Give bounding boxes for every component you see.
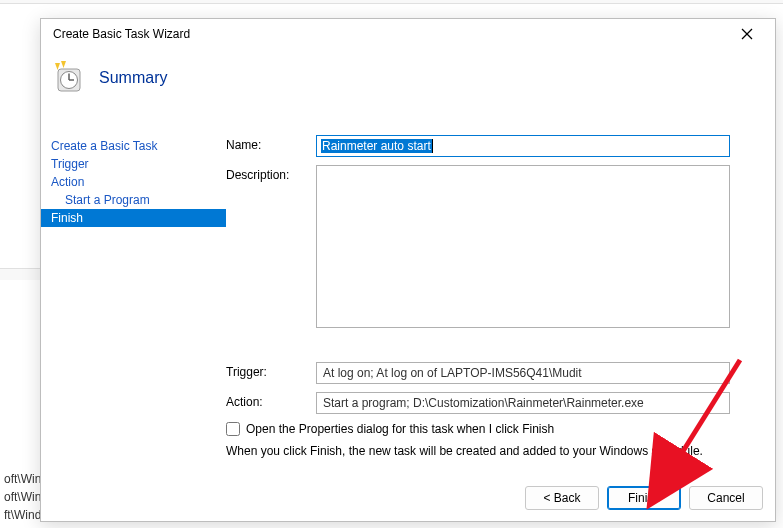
background-window-split xyxy=(0,268,40,280)
back-button[interactable]: < Back xyxy=(525,486,599,510)
open-properties-label: Open the Properties dialog for this task… xyxy=(246,422,554,436)
action-readonly[interactable]: Start a program; D:\Customization\Rainme… xyxy=(316,392,730,414)
finish-button[interactable]: Finish xyxy=(607,486,681,510)
wizard-button-row: < Back Finish Cancel xyxy=(41,475,775,521)
cancel-button[interactable]: Cancel xyxy=(689,486,763,510)
svg-marker-3 xyxy=(61,61,66,68)
nav-step-action[interactable]: Action xyxy=(41,173,226,191)
wizard-clock-icon xyxy=(51,61,85,95)
finish-hint-text: When you click Finish, the new task will… xyxy=(226,444,761,458)
trigger-value: At log on; At log on of LAPTOP-IMS56Q41\… xyxy=(323,366,582,380)
titlebar: Create Basic Task Wizard xyxy=(41,19,775,49)
close-button[interactable] xyxy=(727,20,767,48)
wizard-step-title: Summary xyxy=(99,69,167,87)
description-label: Description: xyxy=(226,165,316,182)
nav-step-finish[interactable]: Finish xyxy=(41,209,226,227)
text-caret xyxy=(432,139,433,153)
window-title: Create Basic Task Wizard xyxy=(53,27,190,41)
name-input[interactable]: Rainmeter auto start xyxy=(316,135,730,157)
nav-step-trigger[interactable]: Trigger xyxy=(41,155,226,173)
close-icon xyxy=(741,28,753,40)
open-properties-checkbox[interactable] xyxy=(226,422,240,436)
summary-form: Name: Rainmeter auto start Description: … xyxy=(226,107,775,475)
description-textarea[interactable] xyxy=(316,165,730,328)
wizard-dialog: Create Basic Task Wizard Summary Create … xyxy=(40,18,776,522)
trigger-label: Trigger: xyxy=(226,362,316,379)
action-label: Action: xyxy=(226,392,316,409)
name-input-selection: Rainmeter auto start xyxy=(321,139,432,153)
nav-step-start-program[interactable]: Start a Program xyxy=(41,191,226,209)
wizard-header: Summary xyxy=(41,49,775,107)
name-label: Name: xyxy=(226,135,316,152)
trigger-readonly[interactable]: At log on; At log on of LAPTOP-IMS56Q41\… xyxy=(316,362,730,384)
wizard-body: Create a Basic Task Trigger Action Start… xyxy=(41,107,775,475)
nav-step-create[interactable]: Create a Basic Task xyxy=(41,137,226,155)
background-window-top xyxy=(0,0,783,4)
wizard-steps-nav: Create a Basic Task Trigger Action Start… xyxy=(41,107,226,475)
action-value: Start a program; D:\Customization\Rainme… xyxy=(323,396,644,410)
